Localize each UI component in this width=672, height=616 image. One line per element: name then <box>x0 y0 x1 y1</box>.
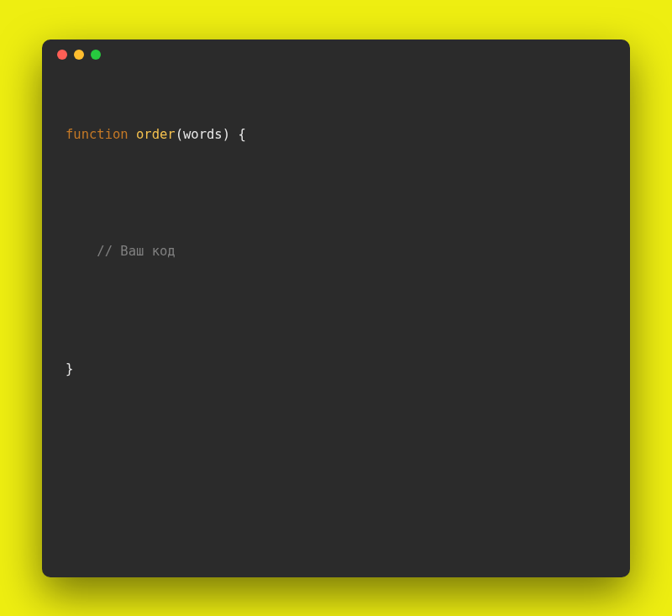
paren-token: ( <box>176 127 183 142</box>
blank-line <box>66 184 606 203</box>
blank-line <box>66 301 606 320</box>
param-token: words <box>183 127 223 142</box>
blank-line <box>66 418 606 437</box>
indent-token <box>66 244 97 259</box>
maximize-icon[interactable] <box>91 50 101 60</box>
close-icon[interactable] <box>57 50 67 60</box>
space-token <box>230 127 238 142</box>
brace-token: } <box>66 361 73 376</box>
window-title-bar <box>42 39 630 70</box>
code-line: } <box>66 360 606 379</box>
paren-token: ) <box>223 127 230 142</box>
code-area[interactable]: function order(words) { // Ваш код } con… <box>42 70 630 577</box>
brace-token: { <box>238 127 245 142</box>
blank-line <box>66 476 606 496</box>
comment-token: // Ваш код <box>97 244 175 259</box>
code-line: function order(words) { <box>66 125 606 145</box>
blank-line <box>66 534 606 554</box>
space-token <box>129 127 136 142</box>
keyword-token: function <box>66 127 129 142</box>
function-name-token: order <box>136 127 176 142</box>
code-line: // Ваш код <box>66 242 606 261</box>
minimize-icon[interactable] <box>74 50 84 60</box>
code-editor-window: function order(words) { // Ваш код } con… <box>42 39 630 577</box>
